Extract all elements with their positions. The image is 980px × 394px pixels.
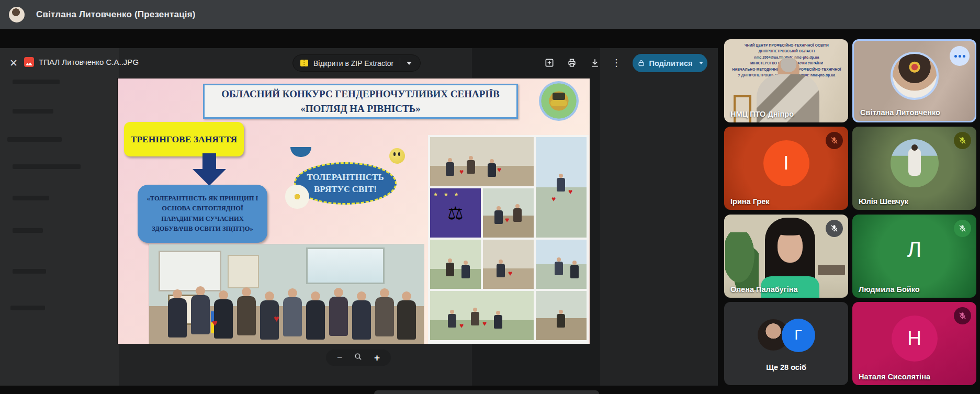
participant-name: Ірина Грек <box>730 197 770 206</box>
participant-tile-olena-palabuhina[interactable]: Олена Палабугіна <box>724 215 848 298</box>
lock-icon <box>637 59 645 67</box>
participant-avatar <box>891 139 939 187</box>
collage-photo: ♥ ♥ <box>430 137 534 186</box>
participant-initial: Н <box>892 316 938 362</box>
mic-muted-icon <box>826 132 843 149</box>
contest-logo-badge <box>539 81 579 121</box>
more-participants-label: Ще 28 осіб <box>724 363 848 372</box>
participant-tile-liudmyla-boiko[interactable]: Л Людмила Бойко <box>852 215 976 298</box>
faint-row <box>7 137 62 142</box>
collage-photo: ♥ ♥ <box>536 137 587 238</box>
overflow-avatars: Г <box>758 319 815 352</box>
participant-name: Олена Палабугіна <box>730 285 798 294</box>
group-photo: ♥ ♥ <box>149 244 424 344</box>
collage-scales-photo: ★ ★ ★ ⚖ <box>430 188 481 238</box>
image-file-icon <box>24 57 34 67</box>
decor-half-disc <box>290 147 311 157</box>
share-caret-icon[interactable] <box>699 62 703 64</box>
participant-tile-natalia-sysoliatina[interactable]: Н Наталя Сисолятіна <box>852 302 976 385</box>
slide-title: ОБЛАСНИЙ КОНКУРС ГЕНДЕРНОЧУТЛИВИХ СЕНАРІ… <box>203 84 518 119</box>
faint-row <box>13 196 49 200</box>
plant-shape <box>725 232 759 290</box>
participant-name: Наталя Сисолятіна <box>859 373 930 381</box>
participant-name: Світлана Литовченко <box>860 108 940 117</box>
zoom-in-button[interactable]: + <box>374 352 380 364</box>
down-arrow-shape <box>193 153 226 186</box>
collage-photo: ♥ <box>483 240 534 289</box>
scales-of-justice-icon: ⚖ <box>447 202 463 223</box>
participant-initial: Л <box>907 237 922 262</box>
download-icon[interactable] <box>587 55 603 71</box>
mic-muted-icon <box>954 220 971 237</box>
participant-tile-yuliia-shevchuk[interactable]: Юлія Шевчук <box>852 127 976 210</box>
faint-row <box>13 80 60 84</box>
drive-background-panel <box>0 48 119 386</box>
zoom-controls: − + <box>326 350 391 366</box>
mic-muted-icon <box>954 132 971 149</box>
meet-window: Світлана Литовченко (Презентація) ✕ ТПАЛ… <box>0 0 980 394</box>
meet-controls-sliver <box>374 390 599 394</box>
shelf-shape <box>818 265 845 275</box>
participant-tile-svitlana-lytovchenko[interactable]: Світлана Литовченко <box>852 39 976 122</box>
close-preview-button[interactable]: ✕ <box>6 55 21 70</box>
overflow-participants-tile[interactable]: Г Ще 28 осіб <box>724 302 848 385</box>
presentation-slide: ОБЛАСНИЙ КОНКУРС ГЕНДЕРНОЧУТЛИВИХ СЕНАРІ… <box>118 78 590 344</box>
photo-collage: ♥ ♥ ♥ ♥ ★ ★ ★ ⚖ ♥ <box>428 135 589 344</box>
tolerance-oval: ТОЛЕРАНТНІСТЬ ВРЯТУЄ СВІТ! <box>294 162 397 205</box>
tolerance-topic-box: «ТОЛЕРАНТНІСТЬ ЯК ПРИНЦИП І ОСНОВА СВІТО… <box>138 185 267 243</box>
share-button[interactable]: Поділитися <box>633 54 707 72</box>
zip-extractor-icon <box>300 60 308 66</box>
faint-row <box>13 164 81 169</box>
participant-name: Людмила Бойко <box>859 285 920 294</box>
chair-shape <box>734 95 751 122</box>
participant-name: НМЦ ПТО Дніпро <box>730 110 794 118</box>
shared-screen: ✕ ТПАЛ Литовченко С.А..JPG Відкрити в ZI… <box>0 48 718 386</box>
overflow-avatar-initial: Г <box>782 319 815 352</box>
magnifier-icon <box>354 352 363 363</box>
collage-photo <box>536 291 587 340</box>
presenter-avatar <box>9 7 25 22</box>
mic-muted-icon <box>954 307 971 324</box>
mic-muted-icon <box>826 220 843 237</box>
smiley-icon <box>389 148 405 164</box>
print-icon[interactable] <box>564 55 580 71</box>
participant-name: Юлія Шевчук <box>859 197 908 206</box>
faint-row <box>13 109 53 114</box>
drive-toolbar: ✕ ТПАЛ Литовченко С.А..JPG Відкрити в ZI… <box>0 53 718 72</box>
open-with-caret-icon[interactable] <box>407 62 412 65</box>
faint-row <box>13 269 46 274</box>
faint-row <box>13 228 43 233</box>
presenter-banner-label: Світлана Литовченко (Презентація) <box>36 9 196 20</box>
participant-avatar <box>891 52 939 100</box>
participant-tile-nmc-pto-dnipro[interactable]: ЧНИЙ ЦЕНТР ПРОФЕСІЙНО-ТЕХНІЧНОЇ ОСВІТИ Д… <box>724 39 848 122</box>
collage-photo <box>536 240 587 289</box>
more-options-icon[interactable]: ⋮ <box>609 55 624 71</box>
participant-initial: І <box>763 140 809 186</box>
tile-more-options-button[interactable] <box>950 46 970 66</box>
add-to-drive-icon[interactable] <box>542 55 557 71</box>
collage-photo: ♥ <box>483 188 534 238</box>
file-name-label: ТПАЛ Литовченко С.А..JPG <box>39 58 139 66</box>
participants-grid: ЧНИЙ ЦЕНТР ПРОФЕСІЙНО-ТЕХНІЧНОЇ ОСВІТИ Д… <box>724 39 978 385</box>
daisy-flower-icon <box>285 185 309 209</box>
training-session-box: ТРЕНІНГОВЕ ЗАНЯТТЯ <box>124 122 244 156</box>
open-with-zip-extractor-button[interactable]: Відкрити в ZIP Extractor <box>292 54 421 72</box>
participant-tile-iryna-hrek[interactable]: І Ірина Грек <box>724 127 848 210</box>
zoom-out-button[interactable]: − <box>337 352 343 363</box>
collage-photo <box>430 240 481 289</box>
collage-photo: ♥ ♥ <box>430 291 534 340</box>
faint-row <box>10 306 45 310</box>
speaker-fringe <box>775 224 805 235</box>
presenter-banner: Світлана Литовченко (Презентація) <box>0 0 980 29</box>
